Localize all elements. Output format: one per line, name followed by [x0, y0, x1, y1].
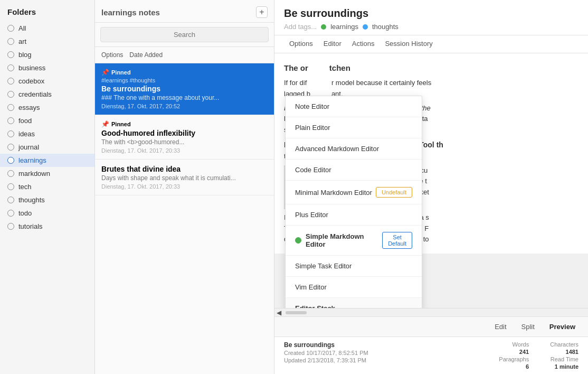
dropdown-minimal-markdown[interactable]: Minimal Markdown Editor Undefault: [286, 181, 422, 204]
note-date: Dienstag, 17. Okt. 2017, 20:33: [101, 183, 268, 190]
radio-dot-simple-markdown: [295, 237, 301, 244]
undefault-button[interactable]: Undefault: [376, 187, 412, 198]
status-created: Created 10/17/2017, 8:52:51 PM: [284, 350, 368, 356]
sidebar-item-tutorials[interactable]: tutorials: [0, 220, 94, 233]
status-left: Be surroundings Created 10/17/2017, 8:52…: [284, 341, 368, 363]
sort-date-added[interactable]: Date Added: [129, 51, 163, 59]
updated-value: 2/13/2018, 7:39:31 PM: [308, 357, 366, 363]
note-item-brutes[interactable]: Brutes that divine idea Days with shape …: [95, 160, 274, 195]
sidebar-item-thoughts[interactable]: thoughts: [0, 193, 94, 207]
toolbar-session-history[interactable]: Session History: [380, 35, 438, 53]
sidebar-item-business[interactable]: business: [0, 61, 94, 74]
toolbar-actions[interactable]: Actions: [347, 35, 380, 53]
note-item-be-surroundings[interactable]: 📌 Pinned #learnings #thoughts Be surroun…: [95, 63, 274, 115]
toolbar-options[interactable]: Options: [284, 35, 318, 53]
sidebar-item-label: codebox: [18, 77, 44, 85]
note-pinned-badge: 📌 Pinned: [101, 69, 268, 76]
vim-editor-label: Vim Editor: [295, 283, 327, 291]
sidebar-item-all[interactable]: All: [0, 22, 94, 35]
sidebar-item-todo[interactable]: todo: [0, 207, 94, 220]
set-default-button[interactable]: SetDefault: [382, 232, 412, 249]
sidebar-item-learnings[interactable]: learnings: [0, 154, 94, 167]
status-note-title: Be surroundings: [284, 341, 368, 349]
sidebar-item-label: ideas: [18, 130, 35, 138]
add-tags-label[interactable]: Add tags...: [284, 23, 317, 31]
sidebar-item-label: markdown: [18, 170, 50, 177]
content-text: If for dif: [284, 79, 307, 87]
note-title: Brutes that divine idea: [101, 165, 268, 173]
sidebar-item-label: All: [18, 24, 26, 32]
note-item-good-humored[interactable]: 📌 Pinned Good-humored inflexibility The …: [95, 115, 274, 160]
paragraphs-value: 6: [499, 363, 529, 370]
sidebar-item-ideas[interactable]: ideas: [0, 127, 94, 141]
sidebar-item-markdown[interactable]: markdown: [0, 167, 94, 180]
sidebar-item-journal[interactable]: journal: [0, 141, 94, 154]
sidebar-item-label: credentials: [18, 90, 52, 98]
editor-top: Be surroundings Add tags... learnings th…: [274, 0, 588, 35]
note-title: Good-humored inflexibility: [101, 129, 268, 137]
edit-button[interactable]: Edit: [487, 320, 514, 333]
horizontal-scrollbar[interactable]: ◀: [274, 308, 588, 316]
notes-panel: learnings notes + Options Date Added 📌 P…: [95, 0, 274, 374]
search-bar: [95, 23, 274, 47]
dropdown-simple-markdown[interactable]: Simple Markdown Editor SetDefault: [286, 226, 422, 256]
read-time-label: Read Time: [550, 356, 578, 362]
sidebar-item-food[interactable]: food: [0, 114, 94, 127]
dropdown-vim-editor[interactable]: Vim Editor: [286, 277, 422, 298]
editor-title: Be surroundings: [284, 7, 578, 20]
dropdown-editor-stack[interactable]: Editor Stack: [286, 298, 422, 308]
radio-essays: [7, 104, 14, 111]
notes-list: 📌 Pinned #learnings #thoughts Be surroun…: [95, 63, 274, 374]
sidebar-item-label: learnings: [18, 156, 46, 164]
dropdown-note-editor[interactable]: Note Editor: [286, 96, 422, 117]
sidebar-item-tech[interactable]: tech: [0, 180, 94, 193]
code-editor-label: Code Editor: [295, 166, 331, 174]
radio-all: [7, 25, 14, 32]
sidebar-item-label: journal: [18, 143, 39, 151]
sidebar-item-art[interactable]: art: [0, 35, 94, 48]
scrollbar-thumb: [286, 311, 307, 314]
tag-learnings[interactable]: learnings: [330, 23, 358, 31]
scroll-left-button[interactable]: ◀: [274, 309, 283, 316]
dropdown-plain-editor[interactable]: Plain Editor: [286, 117, 422, 138]
note-excerpt: Days with shape and speak what it is cum…: [101, 174, 268, 182]
tag-thoughts[interactable]: thoughts: [372, 23, 399, 31]
tag-dot-thoughts: [363, 24, 368, 30]
sidebar-item-codebox[interactable]: codebox: [0, 74, 94, 88]
dropdown-code-editor[interactable]: Code Editor: [286, 160, 422, 181]
note-tags: #learnings #thoughts: [101, 77, 268, 83]
read-time-value: 1 minute: [550, 363, 578, 370]
sidebar-item-label: blog: [18, 51, 32, 59]
status-bar: Be surroundings Created 10/17/2017, 8:52…: [274, 336, 588, 374]
radio-todo: [7, 210, 14, 217]
sidebar-item-essays[interactable]: essays: [0, 101, 94, 114]
toolbar-editor[interactable]: Editor: [318, 35, 347, 53]
preview-button[interactable]: Preview: [542, 320, 583, 333]
radio-ideas: [7, 130, 14, 137]
split-button[interactable]: Split: [514, 320, 542, 333]
note-date: Dienstag, 17. Okt. 2017, 20:52: [101, 103, 268, 109]
radio-tutorials: [7, 223, 14, 230]
note-pinned-badge: 📌 Pinned: [101, 120, 268, 128]
words-value: 241: [499, 349, 529, 355]
note-date: Dienstag, 17. Okt. 2017, 20:33: [101, 147, 268, 154]
sort-options[interactable]: Options: [101, 51, 123, 59]
sidebar-item-blog[interactable]: blog: [0, 48, 94, 61]
sidebar-item-label: business: [18, 64, 45, 72]
add-note-button[interactable]: +: [256, 6, 268, 18]
radio-codebox: [7, 78, 14, 85]
dropdown-plus-editor[interactable]: Plus Editor: [286, 204, 422, 226]
content-heading-2: tchen: [329, 62, 350, 74]
sidebar-item-credentials[interactable]: credentials: [0, 88, 94, 101]
minimal-markdown-label: Minimal Markdown Editor: [295, 189, 372, 197]
sidebar: Folders All art blog business codebox cr…: [0, 0, 95, 374]
sidebar-item-label: art: [18, 38, 26, 45]
dropdown-advanced-markdown[interactable]: Advanced Markdown Editor: [286, 138, 422, 160]
editor-action-bar: Edit Split Preview: [274, 316, 588, 336]
dropdown-simple-task[interactable]: Simple Task Editor: [286, 256, 422, 277]
editor-dropdown: Note Editor Plain Editor Advanced Markdo…: [285, 96, 422, 308]
characters-label: Characters: [550, 341, 578, 348]
search-input[interactable]: [100, 27, 269, 42]
editor-stack-label: Editor Stack: [295, 304, 335, 308]
radio-blog: [7, 51, 14, 58]
